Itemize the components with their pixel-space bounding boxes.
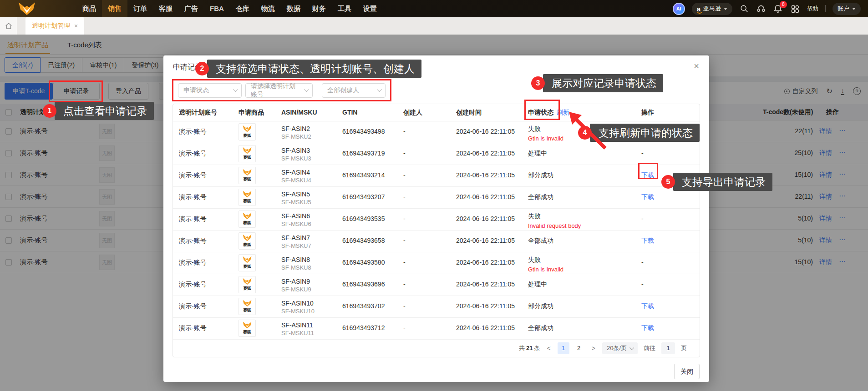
headset-icon[interactable] [756,4,766,14]
download-link[interactable]: 下载 [641,302,654,310]
record-creator: - [403,171,452,179]
nav-item-3[interactable]: 订单 [127,0,153,17]
record-action: - [641,215,695,222]
fox-logo-icon [242,125,252,132]
chevron-down-icon [233,87,238,92]
next-page-icon[interactable]: > [591,345,596,352]
nav-item-6[interactable]: FBA [204,0,230,17]
notifications-bell-icon[interactable]: 8 [773,4,783,14]
goto-suffix: 页 [681,344,687,352]
record-gtin: 616943493719 [342,150,400,157]
account-filter-placeholder: 请选择透明计划账号 [251,82,300,99]
record-created-time: 2024-06-16 22:11:05 [456,128,525,135]
record-account: 演示-账号 [179,259,234,267]
record-product-cell: 赛狐 [239,169,279,184]
total-count: 共21条 [519,344,540,352]
account-filter-select[interactable]: 请选择透明计划账号 [245,83,313,98]
record-gtin: 616943493207 [342,193,400,201]
status-text: 失败 [528,125,638,133]
record-account: 演示-账号 [179,171,234,180]
modal-close-icon[interactable]: × [694,61,699,71]
msku-text: SF-MSKU10 [281,308,340,315]
nav-item-8[interactable]: 物流 [255,0,281,17]
record-action: 下载 [641,302,695,311]
fox-logo-icon [242,234,252,241]
record-asin-msku: SF-ASIN9SF-MSKU9 [281,278,340,293]
record-account: 演示-账号 [179,324,234,332]
tab-transparency-management[interactable]: 透明计划管理 × [25,17,84,35]
status-filter-select[interactable]: 申请状态 [178,83,242,98]
record-product-cell: 赛狐 [239,190,279,206]
status-text: 处理中 [528,150,638,158]
ai-assistant-button[interactable]: AI [673,3,685,15]
col-creator: 创建人 [403,109,452,117]
record-action: - [641,128,695,135]
status-text: 全部成功 [528,237,638,245]
page-numbers: 12 [558,342,585,354]
record-status: 失败Invalid request body [528,212,638,229]
prev-page-icon[interactable]: < [546,345,552,352]
nav-item-5[interactable]: 广告 [178,0,204,17]
product-brand-label: 赛狐 [243,133,251,139]
record-creator: - [403,302,452,310]
notification-count-badge: 8 [780,1,787,8]
home-tab-button[interactable] [0,17,17,35]
record-created-time: 2024-06-16 22:11:05 [456,193,525,201]
search-icon[interactable] [739,4,749,14]
record-gtin: 616943493580 [342,259,400,266]
nav-item-9[interactable]: 数据 [281,0,306,17]
marketplace-selector[interactable]: a 亚马逊 [692,3,732,15]
msku-text: SF-MSKU7 [281,242,340,249]
no-action-dash: - [641,259,644,266]
nav-item-7[interactable]: 仓库 [230,0,255,17]
record-action: 下载 [641,193,695,201]
application-record-row: 演示-账号赛狐SF-ASIN4SF-MSKU4616943493214-2024… [173,165,700,187]
record-action: 下载 [641,237,695,245]
page-size-select[interactable]: 20条/页 [602,342,638,354]
nav-item-4[interactable]: 客服 [153,0,178,17]
asin-text: SF-ASIN3 [281,147,340,154]
record-gtin: 616943493702 [342,302,400,310]
help-link[interactable]: 帮助 [807,5,818,13]
record-asin-msku: SF-ASIN2SF-MSKU2 [281,125,340,140]
refresh-status-link[interactable]: 刷新 [557,109,569,116]
status-header-label: 申请状态 [528,109,553,116]
record-account: 演示-账号 [179,215,234,223]
nav-item-1[interactable]: 商品 [76,0,102,17]
page-number-2[interactable]: 2 [573,342,585,354]
record-action: - [641,259,695,266]
fox-logo-icon [242,147,252,154]
close-modal-button[interactable]: 关闭 [674,364,700,379]
record-creator: - [403,215,452,222]
record-product-cell: 赛狐 [239,147,279,162]
asin-text: SF-ASIN4 [281,169,340,176]
nav-item-10[interactable]: 财务 [306,0,332,17]
record-gtin: 616943493658 [342,237,400,244]
download-link[interactable]: 下载 [641,193,654,201]
modal-table-body: 演示-账号赛狐SF-ASIN2SF-MSKU2616943493498-2024… [173,121,700,340]
goto-page-input[interactable]: 1 [661,342,675,354]
nav-item-11[interactable]: 工具 [332,0,357,17]
record-asin-msku: SF-ASIN5SF-MSKU5 [281,190,340,206]
account-menu[interactable]: 账户 [832,3,861,15]
application-record-row: 演示-账号赛狐SF-ASIN7SF-MSKU7616943493658-2024… [173,231,700,252]
record-gtin: 616943493696 [342,281,400,288]
apps-grid-icon[interactable] [790,4,800,14]
record-status: 失败Gtin is Invalid [528,125,638,142]
no-action-dash: - [641,128,644,135]
product-brand-label: 赛狐 [243,264,251,270]
download-link[interactable]: 下载 [641,237,654,244]
asin-text: SF-ASIN5 [281,190,340,198]
nav-item-2[interactable]: 销售 [102,0,127,17]
chevron-down-icon [724,8,727,10]
download-link[interactable]: 下载 [641,324,654,331]
creator-filter-select[interactable]: 全部创建人 [322,83,386,98]
sellfox-logo [16,2,41,15]
close-tab-icon[interactable]: × [74,22,78,30]
page-number-1[interactable]: 1 [558,342,569,354]
record-account: 演示-账号 [179,128,234,136]
record-account: 演示-账号 [179,302,234,311]
record-created-time: 2024-06-16 22:11:05 [456,237,525,244]
download-link[interactable]: 下载 [641,171,654,179]
nav-item-12[interactable]: 设置 [357,0,383,17]
